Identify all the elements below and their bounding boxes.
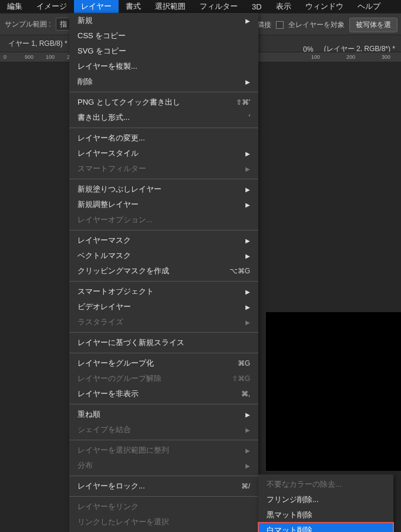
ruler-tick: 100 [311,54,320,60]
select-subject-button[interactable]: 被写体を選 [349,18,397,32]
menu-image[interactable]: イメージ [29,0,74,14]
menu-item: スマートフィルター▶ [69,161,258,176]
document-tab-1[interactable]: イヤー 1, RGB/8) * [0,36,76,52]
submenu-item[interactable]: 黒マット削除 [258,507,393,523]
menubar: 編集 イメージ レイヤー 書式 選択範囲 フィルター 3D 表示 ウィンドウ ヘ… [0,0,401,13]
submenu-arrow-icon: ▶ [245,237,250,244]
sample-value[interactable]: 指 [56,18,71,31]
submenu-arrow-icon: ▶ [245,18,250,24]
menu-item[interactable]: 書き出し形式...' [69,110,258,125]
menu-item-label: レイヤーを選択範囲に整列 [77,445,169,456]
menu-item[interactable]: CSS をコピー [69,28,258,44]
sample-label: サンプル範囲 : [5,19,51,29]
menu-item: レイヤーを選択範囲に整列▶ [69,443,258,458]
submenu-arrow-icon: ▶ [245,319,250,326]
options-bar-right: ✓ 隣接 全レイヤーを対象 被写体を選 [245,18,397,32]
menu-shortcut: ⌘G [238,359,250,367]
menu-item-label: CSS をコピー [77,31,126,41]
menu-filter[interactable]: フィルター [193,0,245,14]
menu-item[interactable]: レイヤーに基づく新規スライス [69,335,258,350]
menu-item-label: 重ね順 [77,409,100,420]
menu-shortcut: ⇧⌘' [236,98,250,106]
menu-item[interactable]: レイヤーを複製... [69,59,258,74]
menu-separator [69,496,258,497]
menu-window[interactable]: ウィンドウ [298,0,351,14]
menu-help[interactable]: ヘルプ [351,0,387,14]
menu-select[interactable]: 選択範囲 [148,0,193,14]
menu-shortcut: ⇧⌘G [232,374,250,383]
menu-item[interactable]: 重ね順▶ [69,407,258,422]
all-layers-label: 全レイヤーを対象 [288,20,345,30]
menu-separator [69,92,258,92]
submenu-item-label: 黒マット削除 [267,510,312,520]
menu-item-label: 新規塗りつぶしレイヤー [77,184,161,195]
ruler-tick: 200 [346,54,355,60]
menu-separator [69,281,258,282]
menu-item[interactable]: レイヤーをグループ化⌘G [69,356,258,371]
menu-item-label: 分布 [77,460,93,471]
submenu-arrow-icon: ▶ [245,289,250,295]
menu-item: レイヤーのグループ解除⇧⌘G [69,371,258,386]
menu-item-label: ラスタライズ [77,317,123,327]
menu-item-label: レイヤーをリンク [77,501,139,512]
matting-submenu: 不要なカラーの除去...フリンジ削除...黒マット削除白マット削除 [258,474,393,532]
menu-item[interactable]: ビデオレイヤー▶ [69,299,258,314]
submenu-item-label: 不要なカラーの除去... [267,479,342,490]
menu-item[interactable]: 新規▶ [69,13,258,28]
menu-shortcut: ⌘/ [241,482,250,490]
menu-item: レイヤーオプション... [69,212,258,227]
menu-3d[interactable]: 3D [245,1,269,13]
menu-item-label: SVG をコピー [77,46,126,56]
adjacent-label: 隣接 [257,20,271,30]
menu-item[interactable]: レイヤーをロック...⌘/ [69,479,258,494]
menu-separator [69,440,258,440]
menu-item-label: レイヤーマスク [77,235,131,246]
menu-item[interactable]: 新規塗りつぶしレイヤー▶ [69,182,258,197]
menu-item[interactable]: レイヤーを非表示⌘, [69,386,258,401]
menu-shortcut: ⌘, [241,390,250,398]
menu-item-label: レイヤーオプション... [77,215,153,225]
menu-type[interactable]: 書式 [119,0,148,14]
submenu-arrow-icon: ▶ [245,427,250,433]
submenu-arrow-icon: ▶ [245,447,250,454]
menu-layer[interactable]: レイヤー [74,0,119,14]
menu-item-label: レイヤーのグループ解除 [77,373,161,384]
menu-edit[interactable]: 編集 [0,0,29,14]
submenu-arrow-icon: ▶ [245,79,250,85]
menu-item[interactable]: クリッピングマスクを作成⌥⌘G [69,263,258,279]
menu-item-label: スマートフィルター [77,163,146,174]
menu-view[interactable]: 表示 [269,0,298,14]
layer-menu-dropdown: 新規▶CSS をコピーSVG をコピーレイヤーを複製...削除▶PNG としてク… [69,13,258,532]
menu-item[interactable]: レイヤー名の変更... [69,131,258,146]
menu-item-label: レイヤースタイル [77,148,139,159]
menu-item[interactable]: PNG としてクイック書き出し⇧⌘' [69,95,258,110]
menu-item[interactable]: 新規調整レイヤー▶ [69,197,258,212]
menu-item[interactable]: ベクトルマスク▶ [69,248,258,263]
menu-item: シェイプを結合▶ [69,422,258,437]
menu-item-label: シェイプを結合 [77,424,131,435]
submenu-item: 不要なカラーの除去... [258,477,393,492]
menu-item-label: レイヤーを非表示 [77,389,139,399]
menu-item[interactable]: スマートオブジェクト▶ [69,284,258,299]
menu-separator [69,353,258,353]
menu-item-label: クリッピングマスクを作成 [77,266,169,276]
canvas-image [266,312,401,471]
menu-shortcut: ⌥⌘G [230,267,250,275]
submenu-item[interactable]: フリンジ削除... [258,492,393,507]
menu-shortcut: ' [249,113,250,122]
menu-item[interactable]: レイヤースタイル▶ [69,146,258,161]
menu-item[interactable]: レイヤーマスク▶ [69,233,258,248]
menu-item[interactable]: 削除▶ [69,74,258,89]
menu-item-label: ビデオレイヤー [77,302,131,312]
menu-item-label: リンクしたレイヤーを選択 [77,517,169,527]
submenu-item[interactable]: 白マット削除 [258,523,393,532]
menu-item[interactable]: SVG をコピー [69,44,258,59]
all-layers-checkbox[interactable] [276,21,284,29]
submenu-arrow-icon: ▶ [245,253,250,259]
menu-item-label: レイヤーをロック... [77,481,145,491]
ruler-tick: 0 [4,54,6,60]
submenu-arrow-icon: ▶ [245,463,250,469]
menu-item-label: 新規 [77,15,93,26]
submenu-arrow-icon: ▶ [245,186,250,193]
menu-item-label: スマートオブジェクト [77,286,154,297]
